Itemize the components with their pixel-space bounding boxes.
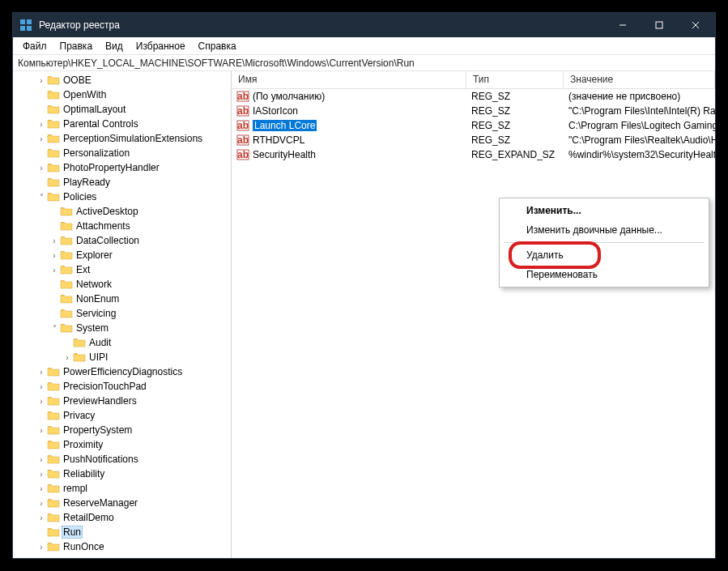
tree-item[interactable]: ›Explorer	[16, 248, 231, 262]
expand-icon[interactable]: ›	[36, 382, 47, 391]
tree-item[interactable]: ›DataCollection	[16, 233, 231, 248]
tree-item-label: RunOnce	[62, 541, 106, 552]
expand-icon[interactable]: ›	[36, 397, 47, 406]
folder-icon	[60, 220, 73, 232]
folder-icon	[47, 541, 60, 552]
value-name: IAStorIcon	[253, 105, 298, 117]
value-list[interactable]: Имя Тип Значение ab(По умолчанию)REG_SZ(…	[232, 71, 715, 558]
folder-icon	[60, 206, 73, 217]
expand-icon[interactable]: ›	[36, 368, 47, 377]
menu-view[interactable]: Вид	[99, 39, 130, 53]
expand-icon[interactable]: ›	[36, 513, 47, 522]
tree-item[interactable]: ˅System	[16, 321, 231, 335]
menu-file[interactable]: Файл	[16, 39, 53, 53]
expand-icon[interactable]: ›	[36, 543, 47, 552]
menu-help[interactable]: Справка	[192, 39, 243, 53]
value-name: RTHDVCPL	[253, 134, 304, 146]
tree-item[interactable]: ›PropertySystem	[16, 423, 231, 437]
value-name: (По умолчанию)	[253, 91, 325, 102]
tree-item-label: PlayReady	[62, 177, 112, 188]
tree-item[interactable]: OptimalLayout	[16, 102, 231, 117]
tree-item[interactable]: ›Reliability	[16, 467, 231, 481]
tree-item[interactable]: ›PerceptionSimulationExtensions	[16, 131, 231, 146]
tree-item[interactable]: PlayReady	[16, 175, 231, 190]
tree-item[interactable]: ›ReserveManager	[16, 496, 231, 510]
tree-item[interactable]: Proximity	[16, 437, 231, 452]
expand-icon[interactable]: ›	[36, 499, 47, 508]
tree-item[interactable]: ActiveDesktop	[16, 204, 231, 219]
ctx-delete[interactable]: Удалить	[502, 245, 706, 265]
tree-item[interactable]: NonEnum	[16, 292, 231, 306]
tree-item[interactable]: ›PhotoPropertyHandler	[16, 160, 231, 175]
expand-icon[interactable]: ›	[49, 236, 60, 245]
value-row[interactable]: abIAStorIconREG_SZ"C:\Program Files\Inte…	[232, 104, 715, 118]
expand-icon[interactable]: ›	[36, 455, 47, 464]
context-menu: Изменить... Изменить двоичные данные... …	[499, 198, 709, 288]
tree-item[interactable]: ›RetailDemo	[16, 510, 231, 525]
tree-item-label: PhotoPropertyHandler	[62, 162, 161, 173]
tree-item[interactable]: ›RunOnce	[16, 539, 231, 554]
string-value-icon: ab	[236, 104, 249, 117]
expand-icon[interactable]: ›	[62, 353, 73, 362]
tree-item[interactable]: ›UIPI	[16, 350, 231, 364]
tree-item[interactable]: Servicing	[16, 306, 231, 321]
value-row[interactable]: abSecurityHealthREG_EXPAND_SZ%windir%\sy…	[232, 147, 715, 162]
tree-item[interactable]: ›Ext	[16, 262, 231, 277]
value-row[interactable]: abLaunch LCoreREG_SZC:\Program Files\Log…	[232, 118, 715, 133]
tree-item[interactable]: Network	[16, 277, 231, 292]
tree-item[interactable]: ›PrecisionTouchPad	[16, 379, 231, 394]
expand-icon[interactable]: ›	[49, 251, 60, 260]
folder-icon	[47, 177, 60, 188]
tree-item-label: Ext	[75, 264, 92, 275]
expand-icon[interactable]: ›	[36, 120, 47, 129]
menu-edit[interactable]: Правка	[53, 39, 100, 53]
folder-icon	[73, 337, 86, 348]
svg-text:ab: ab	[237, 105, 249, 117]
svg-rect-3	[27, 26, 32, 31]
tree-item[interactable]: ›OOBE	[16, 73, 231, 87]
expand-icon[interactable]: ›	[36, 426, 47, 435]
tree-item[interactable]: Attachments	[16, 219, 231, 233]
key-tree[interactable]: ›OOBEOpenWithOptimalLayout›Parental Cont…	[13, 71, 232, 558]
tree-item-label: PropertySystem	[62, 424, 134, 436]
tree-item[interactable]: Privacy	[16, 408, 231, 423]
col-type[interactable]: Тип	[466, 71, 564, 88]
tree-item[interactable]: OpenWith	[16, 87, 231, 102]
folder-icon	[47, 468, 60, 479]
ctx-modify[interactable]: Изменить...	[502, 201, 706, 220]
expand-icon[interactable]: ›	[36, 470, 47, 479]
tree-item[interactable]: Personalization	[16, 146, 231, 160]
tree-item[interactable]: ›PreviewHandlers	[16, 394, 231, 408]
tree-item[interactable]: ›PowerEfficiencyDiagnostics	[16, 364, 231, 379]
ctx-modify-binary[interactable]: Изменить двоичные данные...	[502, 220, 706, 240]
svg-text:ab: ab	[237, 134, 249, 146]
tree-item[interactable]: ›rempl	[16, 481, 231, 496]
value-row[interactable]: ab(По умолчанию)REG_SZ(значение не присв…	[232, 89, 715, 104]
close-button[interactable]	[677, 13, 713, 37]
menu-favorites[interactable]: Избранное	[130, 39, 192, 53]
expand-icon[interactable]: ›	[49, 266, 60, 275]
maximize-button[interactable]	[641, 13, 677, 37]
tree-item[interactable]: ˅Policies	[16, 190, 231, 204]
expand-icon[interactable]: ›	[36, 76, 47, 85]
tree-item[interactable]: Audit	[16, 335, 231, 350]
value-row[interactable]: abRTHDVCPLREG_SZ"C:\Program Files\Realte…	[232, 133, 715, 147]
ctx-rename[interactable]: Переименовать	[502, 265, 706, 284]
col-name[interactable]: Имя	[232, 71, 466, 88]
tree-item[interactable]: ›PushNotifications	[16, 452, 231, 467]
expand-icon[interactable]: ˅	[36, 193, 47, 202]
folder-icon	[47, 147, 60, 159]
col-value[interactable]: Значение	[564, 71, 715, 88]
minimize-button[interactable]	[604, 13, 641, 37]
address-bar[interactable]: Компьютер\HKEY_LOCAL_MACHINE\SOFTWARE\Mi…	[13, 55, 715, 71]
tree-item[interactable]: Run	[16, 525, 231, 539]
value-data: (значение не присвоено)	[564, 91, 715, 102]
folder-icon	[47, 89, 60, 100]
expand-icon[interactable]: ˅	[49, 324, 60, 333]
folder-icon	[47, 497, 60, 509]
tree-item-label: Servicing	[75, 308, 117, 319]
expand-icon[interactable]: ›	[36, 484, 47, 493]
expand-icon[interactable]: ›	[36, 164, 47, 173]
expand-icon[interactable]: ›	[36, 134, 47, 143]
tree-item[interactable]: ›Parental Controls	[16, 117, 231, 131]
